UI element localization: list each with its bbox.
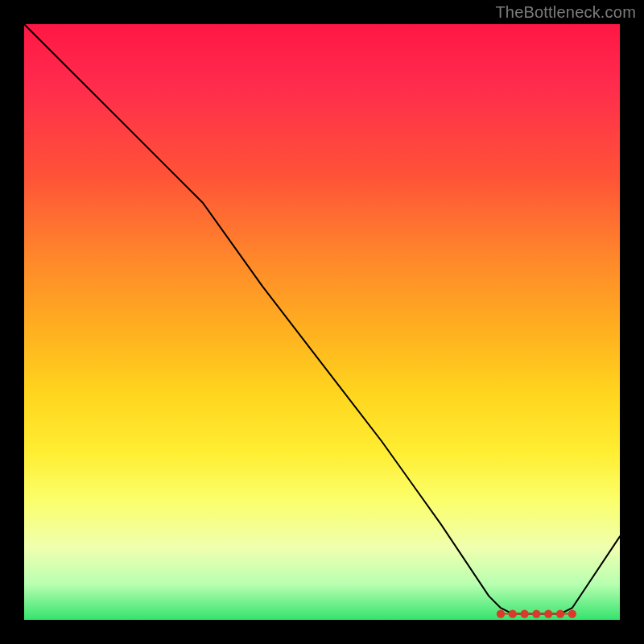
marker-dot <box>568 609 576 617</box>
plot-area <box>24 24 620 620</box>
marker-dot <box>556 609 564 617</box>
marker-dot <box>520 609 528 617</box>
curve-layer <box>24 24 620 620</box>
marker-dot <box>497 609 505 617</box>
marker-band <box>497 609 576 617</box>
attribution-text: TheBottleneck.com <box>495 3 636 22</box>
marker-dot <box>532 609 540 617</box>
marker-dot <box>544 609 552 617</box>
chart-frame: TheBottleneck.com <box>0 0 644 644</box>
data-curve <box>24 24 620 614</box>
marker-dot <box>509 609 517 617</box>
